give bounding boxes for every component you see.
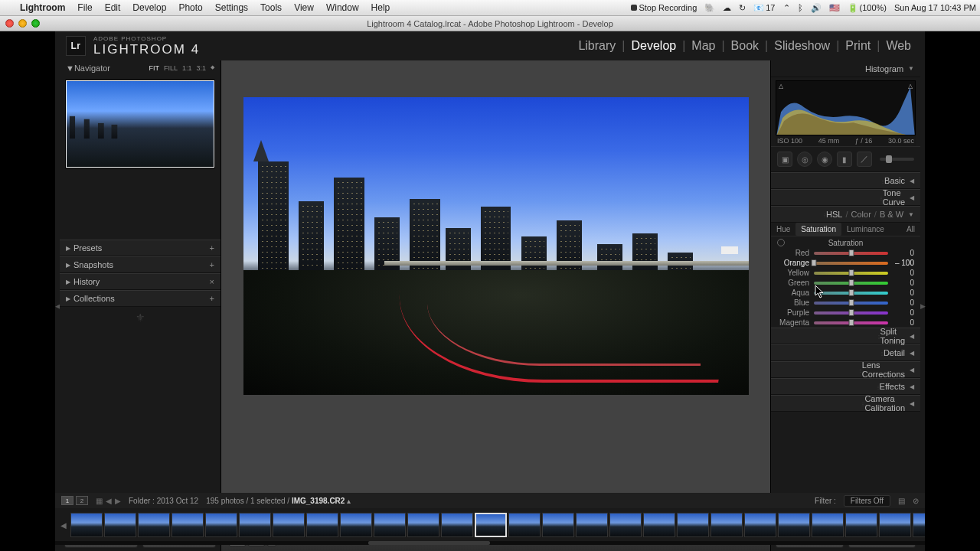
filmstrip-thumb[interactable] bbox=[475, 513, 507, 537]
panel-split-toning[interactable]: Split Toning bbox=[880, 327, 905, 345]
notification-count[interactable]: 📧 17 bbox=[750, 3, 779, 13]
slider-magenta[interactable] bbox=[814, 321, 888, 324]
filmstrip-thumb[interactable] bbox=[542, 513, 574, 537]
stop-recording[interactable]: Stop Recording bbox=[627, 3, 701, 12]
filmstrip-thumb[interactable] bbox=[845, 513, 877, 537]
prev-icon[interactable]: ◀ bbox=[106, 497, 112, 505]
filmstrip-scrollbar[interactable] bbox=[55, 541, 925, 545]
panel-tone-curve[interactable]: Tone Curve bbox=[883, 188, 905, 207]
zoom-fit[interactable]: FIT bbox=[149, 64, 159, 72]
filmstrip-thumb[interactable] bbox=[710, 513, 743, 537]
module-library[interactable]: Library bbox=[575, 39, 619, 53]
brush-tool[interactable]: ／ bbox=[857, 152, 872, 167]
filmstrip-thumb[interactable] bbox=[273, 513, 305, 537]
slider-yellow[interactable] bbox=[814, 272, 888, 275]
folder-path[interactable]: Folder : 2013 Oct 12 bbox=[129, 497, 198, 505]
section-disclosure-icon[interactable]: ▶ bbox=[66, 245, 70, 252]
filmstrip-thumb[interactable] bbox=[744, 513, 776, 537]
filmstrip-left-arrow[interactable]: ◀ bbox=[58, 521, 69, 530]
slider-value-magenta[interactable]: 0 bbox=[893, 318, 914, 327]
module-web[interactable]: Web bbox=[883, 39, 914, 53]
filmstrip-thumb[interactable] bbox=[138, 513, 170, 537]
filmstrip-thumb[interactable] bbox=[205, 513, 237, 537]
module-print[interactable]: Print bbox=[842, 39, 874, 53]
menu-window[interactable]: Window bbox=[320, 2, 365, 13]
slider-value-green[interactable]: 0 bbox=[893, 279, 914, 287]
slider-value-aqua[interactable]: 0 bbox=[893, 289, 914, 297]
menu-develop[interactable]: Develop bbox=[126, 2, 172, 13]
filmstrip-thumb[interactable] bbox=[340, 513, 372, 537]
zoom-window-button[interactable] bbox=[31, 19, 40, 28]
filmstrip-thumb[interactable] bbox=[239, 513, 271, 537]
close-window-button[interactable] bbox=[5, 19, 14, 28]
filmstrip-thumb[interactable] bbox=[879, 513, 911, 537]
filmstrip-thumb[interactable] bbox=[812, 513, 844, 537]
filmstrip-thumb[interactable] bbox=[70, 513, 103, 537]
menu-file[interactable]: File bbox=[71, 2, 98, 13]
filmstrip-thumb[interactable] bbox=[677, 513, 709, 537]
subtab-luminance[interactable]: Luminance bbox=[841, 223, 890, 236]
filmstrip-thumb[interactable] bbox=[441, 513, 473, 537]
menu-photo[interactable]: Photo bbox=[172, 2, 208, 13]
volume-icon[interactable]: 🔊 bbox=[807, 3, 825, 13]
section-action-icon[interactable]: × bbox=[210, 277, 214, 286]
crop-tool[interactable]: ▣ bbox=[777, 152, 792, 167]
filmstrip-thumb[interactable] bbox=[778, 513, 810, 537]
subtab-hue[interactable]: Hue bbox=[771, 223, 795, 236]
filmstrip-thumb[interactable] bbox=[643, 513, 675, 537]
filmstrip-thumb[interactable] bbox=[913, 513, 925, 537]
menu-edit[interactable]: Edit bbox=[99, 2, 127, 13]
filmstrip-thumb[interactable] bbox=[609, 513, 642, 537]
module-book[interactable]: Book bbox=[728, 39, 762, 53]
minimize-window-button[interactable] bbox=[18, 19, 27, 28]
wifi-icon[interactable]: ⌃ bbox=[779, 3, 794, 13]
slider-value-blue[interactable]: 0 bbox=[893, 298, 914, 307]
section-disclosure-icon[interactable]: ▶ bbox=[66, 262, 70, 269]
menu-help[interactable]: Help bbox=[365, 2, 397, 13]
slider-green[interactable] bbox=[814, 282, 888, 285]
slider-red[interactable] bbox=[814, 252, 888, 255]
filmstrip-thumb[interactable] bbox=[407, 513, 439, 537]
slider-orange[interactable] bbox=[814, 262, 888, 265]
evernote-icon[interactable]: 🐘 bbox=[701, 3, 719, 13]
module-slideshow[interactable]: Slideshow bbox=[771, 39, 833, 53]
panel-detail[interactable]: Detail bbox=[884, 348, 905, 357]
section-presets[interactable]: Presets bbox=[74, 243, 210, 253]
section-snapshots[interactable]: Snapshots bbox=[74, 260, 210, 269]
filter-switch-icon[interactable]: ⊘ bbox=[913, 497, 919, 505]
filmstrip[interactable]: ◀ ▶ bbox=[55, 508, 925, 542]
histogram[interactable]: △ △ bbox=[776, 80, 916, 135]
subtab-saturation[interactable]: Saturation bbox=[795, 223, 841, 236]
bluetooth-icon[interactable]: ᛒ bbox=[794, 3, 807, 12]
spot-tool[interactable]: ◎ bbox=[797, 152, 812, 167]
subtab-all[interactable]: All bbox=[901, 223, 920, 236]
secondary-monitor-button[interactable]: 2 bbox=[76, 496, 88, 505]
bw-tab[interactable]: B & W bbox=[880, 210, 903, 219]
grad-filter-tool[interactable]: ▮ bbox=[837, 152, 852, 167]
panel-basic[interactable]: Basic bbox=[884, 176, 905, 185]
zoom-fill[interactable]: FILL bbox=[164, 64, 178, 72]
tool-slider[interactable] bbox=[880, 158, 914, 161]
zoom-menu-icon[interactable]: ◆ bbox=[211, 64, 214, 72]
filmstrip-thumb[interactable] bbox=[576, 513, 608, 537]
module-develop[interactable]: Develop bbox=[628, 39, 679, 53]
menu-settings[interactable]: Settings bbox=[209, 2, 254, 13]
menu-view[interactable]: View bbox=[288, 2, 320, 13]
sync-icon[interactable]: ↻ bbox=[735, 3, 750, 13]
slider-purple[interactable] bbox=[814, 311, 888, 315]
navigator-preview[interactable] bbox=[66, 80, 214, 168]
dropbox-icon[interactable]: ☁ bbox=[719, 3, 735, 13]
primary-monitor-button[interactable]: 1 bbox=[61, 496, 74, 505]
clock[interactable]: Sun Aug 17 10:43 PM bbox=[890, 3, 980, 12]
filmstrip-thumb[interactable] bbox=[306, 513, 338, 537]
next-icon[interactable]: ▶ bbox=[115, 497, 121, 505]
image-preview[interactable] bbox=[243, 97, 749, 395]
slider-value-orange[interactable]: – 100 bbox=[893, 259, 914, 267]
histogram-disclosure-icon[interactable]: ▼ bbox=[908, 65, 914, 72]
module-map[interactable]: Map bbox=[688, 39, 718, 53]
section-action-icon[interactable]: + bbox=[210, 260, 214, 269]
right-edge-toggle[interactable]: ▶ bbox=[920, 60, 925, 551]
redeye-tool[interactable]: ◉ bbox=[817, 152, 832, 167]
slider-aqua[interactable] bbox=[814, 292, 888, 295]
panel-effects[interactable]: Effects bbox=[880, 382, 905, 391]
